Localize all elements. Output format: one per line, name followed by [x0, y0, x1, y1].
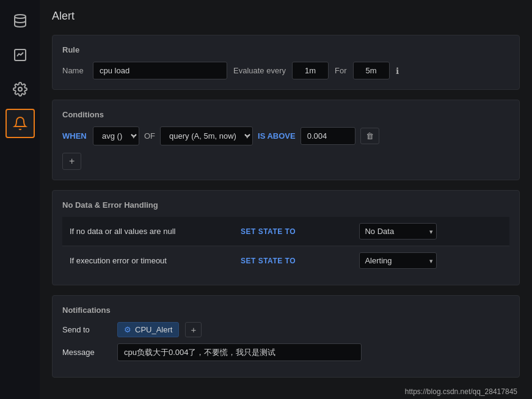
send-to-tag-icon: ⚙ [124, 325, 131, 334]
for-input[interactable] [353, 62, 390, 79]
when-badge: WHEN [62, 131, 88, 141]
no-data-section-label: No Data & Error Handling [62, 200, 509, 210]
set-state-badge-2: SET STATE TO [241, 257, 296, 265]
sidebar [0, 0, 40, 399]
rule-name-label: Name [62, 66, 87, 75]
error-state-select-wrapper[interactable]: Alerting No Data Keep Last State OK [359, 252, 437, 269]
avg-select-wrapper[interactable]: avg () [93, 126, 139, 145]
no-data-state-select[interactable]: No Data Alerting Keep Last State OK [359, 223, 437, 240]
query-select[interactable]: query (A, 5m, now) [160, 126, 253, 145]
message-input[interactable] [117, 343, 362, 361]
delete-condition-button[interactable]: 🗑 [360, 128, 379, 144]
notifications-section-label: Notifications [62, 306, 509, 315]
handling-table: If no data or all values are null SET ST… [62, 217, 509, 275]
error-state-select[interactable]: Alerting No Data Keep Last State OK [359, 252, 437, 269]
main-content: Alert Rule Name Evaluate every For ℹ Con… [40, 0, 532, 399]
sidebar-item-settings[interactable] [5, 75, 35, 104]
conditions-card: Conditions WHEN avg () OF query (A, 5m, … [52, 100, 520, 180]
notifications-card: Notifications Send to ⚙ CPU_Alert + Mess… [52, 295, 520, 378]
evaluate-every-input[interactable] [292, 62, 329, 79]
rule-card: Rule Name Evaluate every For ℹ [52, 35, 520, 90]
footer-link: https://blog.csdn.net/qq_28417845 [52, 387, 520, 396]
condition-row: WHEN avg () OF query (A, 5m, now) IS ABO… [62, 126, 509, 145]
send-to-tag-label: CPU_Alert [135, 325, 172, 334]
message-row: Message [62, 343, 509, 361]
sidebar-item-database[interactable] [5, 6, 35, 35]
error-timeout-row: If execution error or timeout SET STATE … [62, 246, 509, 276]
page-title: Alert [52, 10, 520, 23]
of-label: OF [144, 131, 155, 141]
send-to-label: Send to [62, 325, 111, 334]
sidebar-item-alerts[interactable] [5, 109, 35, 138]
no-data-state-select-wrapper[interactable]: No Data Alerting Keep Last State OK [359, 223, 437, 240]
send-to-row: Send to ⚙ CPU_Alert + [62, 322, 509, 337]
is-above-badge: IS ABOVE [258, 131, 296, 141]
error-timeout-condition: If execution error or timeout [62, 246, 233, 276]
add-notification-button[interactable]: + [185, 322, 202, 337]
add-condition-button[interactable]: + [62, 153, 81, 170]
evaluate-every-label: Evaluate every [233, 66, 286, 75]
send-to-tag[interactable]: ⚙ CPU_Alert [117, 322, 179, 337]
set-state-badge-1: SET STATE TO [241, 227, 296, 236]
svg-point-0 [15, 15, 26, 18]
conditions-section-label: Conditions [62, 110, 509, 119]
no-data-condition: If no data or all values are null [62, 217, 233, 246]
query-select-wrapper[interactable]: query (A, 5m, now) [160, 126, 253, 145]
rule-name-input[interactable] [93, 62, 227, 79]
avg-select[interactable]: avg () [93, 126, 139, 145]
rule-section-label: Rule [62, 45, 509, 54]
no-data-row: If no data or all values are null SET ST… [62, 217, 509, 246]
message-label: Message [62, 348, 111, 357]
threshold-input[interactable] [301, 127, 355, 145]
no-data-card: No Data & Error Handling If no data or a… [52, 190, 520, 285]
svg-point-2 [18, 87, 22, 91]
sidebar-item-chart[interactable] [5, 40, 35, 70]
info-icon: ℹ [396, 66, 399, 76]
for-label: For [335, 66, 347, 75]
